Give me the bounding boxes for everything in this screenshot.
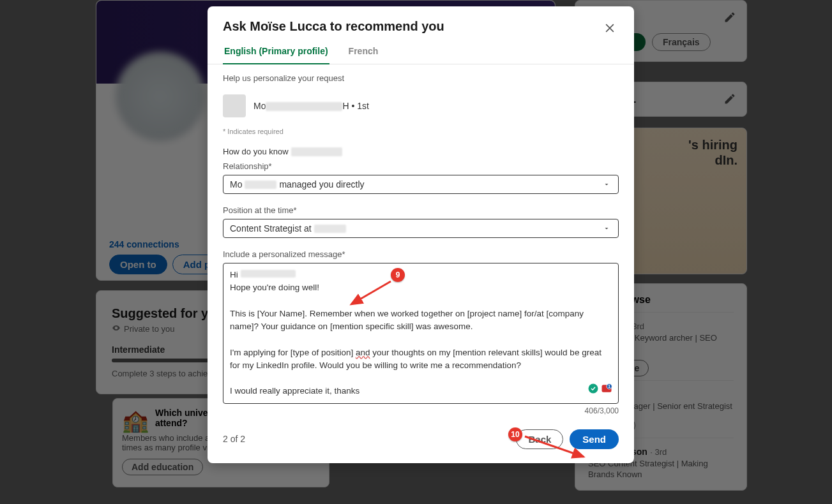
redacted-text xyxy=(314,225,346,233)
modal-title: Ask Moïse Lucca to recommend you xyxy=(223,19,444,34)
redacted-text xyxy=(266,102,342,111)
annotation-badge-9: 9 xyxy=(391,268,405,282)
step-indicator: 2 of 2 xyxy=(223,434,245,444)
recommendation-modal: Ask Moïse Lucca to recommend you English… xyxy=(208,6,634,463)
position-label: Position at the time* xyxy=(223,205,619,215)
svg-point-0 xyxy=(589,384,598,394)
message-field: Include a personalized message* Hi Hope … xyxy=(223,249,619,415)
tab-french[interactable]: French xyxy=(347,46,380,64)
position-select[interactable]: Content Strategist at xyxy=(223,219,619,238)
tab-english[interactable]: English (Primary profile) xyxy=(223,46,329,64)
position-field: Position at the time* Content Strategist… xyxy=(223,205,619,238)
svg-text:1: 1 xyxy=(608,384,610,389)
language-tabs: English (Primary profile) French xyxy=(208,46,634,64)
lastpass-icon[interactable]: 1 xyxy=(600,382,613,399)
redacted-text xyxy=(241,270,296,278)
message-label: Include a personalized message* xyxy=(223,249,619,259)
relationship-select[interactable]: Momanaged you directly xyxy=(223,175,619,194)
char-counter: 406/3,000 xyxy=(223,406,619,415)
person-row: MoH • 1st xyxy=(223,94,619,117)
grammarly-icon[interactable] xyxy=(587,383,599,398)
svg-line-4 xyxy=(351,281,391,304)
relationship-label: Relationship* xyxy=(223,161,619,171)
close-button[interactable] xyxy=(601,19,619,37)
close-icon xyxy=(603,22,616,34)
chevron-down-icon xyxy=(603,224,610,234)
redacted-text xyxy=(291,147,342,156)
svg-line-5 xyxy=(525,436,584,457)
help-text: Help us personalize your request xyxy=(223,73,619,83)
message-textarea[interactable]: Hi Hope you're doing well! This is [Your… xyxy=(223,263,619,404)
chevron-down-icon xyxy=(603,180,610,190)
redacted-text xyxy=(245,181,276,189)
relationship-field: Relationship* Momanaged you directly xyxy=(223,161,619,194)
avatar xyxy=(223,94,246,117)
how-know-label: How do you know xyxy=(223,147,619,156)
editor-extension-icons: 1 xyxy=(587,382,613,399)
annotation-badge-10: 10 xyxy=(508,427,522,441)
required-note: * Indicates required xyxy=(223,128,619,135)
annotation-arrow-9 xyxy=(345,278,396,309)
person-name-label: MoH • 1st xyxy=(253,101,369,111)
annotation-arrow-10 xyxy=(522,434,590,462)
